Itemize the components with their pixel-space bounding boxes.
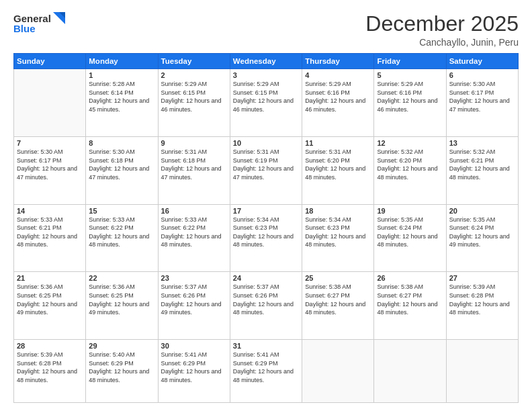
day-number: 21 <box>17 274 83 282</box>
col-friday: Friday <box>374 54 446 69</box>
day-number: 13 <box>449 139 515 147</box>
day-number: 11 <box>305 139 371 147</box>
day-info: Sunrise: 5:31 AMSunset: 6:19 PMDaylight:… <box>233 148 299 181</box>
day-info: Sunrise: 5:36 AMSunset: 6:25 PMDaylight:… <box>17 283 83 316</box>
calendar-cell-w3-d6: 19 Sunrise: 5:35 AMSunset: 6:24 PMDaylig… <box>374 204 446 272</box>
day-number: 10 <box>233 139 299 147</box>
day-info: Sunrise: 5:37 AMSunset: 6:26 PMDaylight:… <box>233 283 299 316</box>
title-month: December 2025 <box>365 12 519 36</box>
day-number: 28 <box>17 342 83 350</box>
calendar-cell-w5-d5 <box>302 340 374 403</box>
calendar-cell-w3-d4: 17 Sunrise: 5:34 AMSunset: 6:23 PMDaylig… <box>230 204 302 272</box>
day-info: Sunrise: 5:34 AMSunset: 6:23 PMDaylight:… <box>305 216 371 249</box>
logo: General Blue <box>13 12 65 34</box>
calendar-cell-w5-d3: 30 Sunrise: 5:41 AMSunset: 6:29 PMDaylig… <box>158 340 230 403</box>
day-number: 7 <box>17 139 83 147</box>
day-info: Sunrise: 5:39 AMSunset: 6:28 PMDaylight:… <box>449 283 515 316</box>
calendar-cell-w2-d4: 10 Sunrise: 5:31 AMSunset: 6:19 PMDaylig… <box>230 136 302 204</box>
day-info: Sunrise: 5:35 AMSunset: 6:24 PMDaylight:… <box>377 216 443 249</box>
calendar-cell-w2-d5: 11 Sunrise: 5:31 AMSunset: 6:20 PMDaylig… <box>302 136 374 204</box>
calendar-cell-w4-d4: 24 Sunrise: 5:37 AMSunset: 6:26 PMDaylig… <box>230 272 302 340</box>
calendar-cell-w1-d6: 5 Sunrise: 5:29 AMSunset: 6:16 PMDayligh… <box>374 69 446 137</box>
day-info: Sunrise: 5:37 AMSunset: 6:26 PMDaylight:… <box>161 283 227 316</box>
col-thursday: Thursday <box>302 54 374 69</box>
day-number: 3 <box>233 71 299 79</box>
day-info: Sunrise: 5:29 AMSunset: 6:16 PMDaylight:… <box>305 80 371 113</box>
calendar-cell-w2-d2: 8 Sunrise: 5:30 AMSunset: 6:18 PMDayligh… <box>86 136 158 204</box>
day-info: Sunrise: 5:28 AMSunset: 6:14 PMDaylight:… <box>89 80 154 113</box>
day-number: 19 <box>377 207 443 215</box>
day-info: Sunrise: 5:34 AMSunset: 6:23 PMDaylight:… <box>233 216 299 249</box>
title-block: December 2025 Canchayllo, Junin, Peru <box>365 12 519 48</box>
day-info: Sunrise: 5:40 AMSunset: 6:29 PMDaylight:… <box>89 351 154 384</box>
col-wednesday: Wednesday <box>230 54 302 69</box>
week-row-4: 21 Sunrise: 5:36 AMSunset: 6:25 PMDaylig… <box>14 272 519 340</box>
day-number: 12 <box>377 139 443 147</box>
day-info: Sunrise: 5:29 AMSunset: 6:15 PMDaylight:… <box>161 80 227 113</box>
calendar-cell-w3-d7: 20 Sunrise: 5:35 AMSunset: 6:24 PMDaylig… <box>446 204 518 272</box>
calendar-cell-w4-d1: 21 Sunrise: 5:36 AMSunset: 6:25 PMDaylig… <box>14 272 86 340</box>
day-info: Sunrise: 5:32 AMSunset: 6:20 PMDaylight:… <box>377 148 443 181</box>
day-number: 6 <box>449 71 515 79</box>
logo-triangle-icon <box>53 12 65 24</box>
week-row-3: 14 Sunrise: 5:33 AMSunset: 6:21 PMDaylig… <box>14 204 519 272</box>
day-info: Sunrise: 5:31 AMSunset: 6:20 PMDaylight:… <box>305 148 371 181</box>
calendar-cell-w1-d3: 2 Sunrise: 5:29 AMSunset: 6:15 PMDayligh… <box>158 69 230 137</box>
calendar-table: Sunday Monday Tuesday Wednesday Thursday… <box>13 53 519 403</box>
day-info: Sunrise: 5:38 AMSunset: 6:27 PMDaylight:… <box>377 283 443 316</box>
day-number: 2 <box>161 71 227 79</box>
calendar-cell-w1-d4: 3 Sunrise: 5:29 AMSunset: 6:15 PMDayligh… <box>230 69 302 137</box>
title-location: Canchayllo, Junin, Peru <box>365 37 519 48</box>
day-number: 27 <box>449 274 515 282</box>
calendar-cell-w5-d1: 28 Sunrise: 5:39 AMSunset: 6:28 PMDaylig… <box>14 340 86 403</box>
day-info: Sunrise: 5:33 AMSunset: 6:21 PMDaylight:… <box>17 216 83 249</box>
day-number: 18 <box>305 207 371 215</box>
day-number: 25 <box>305 274 371 282</box>
day-info: Sunrise: 5:29 AMSunset: 6:15 PMDaylight:… <box>233 80 299 113</box>
day-info: Sunrise: 5:32 AMSunset: 6:21 PMDaylight:… <box>449 148 515 181</box>
day-info: Sunrise: 5:29 AMSunset: 6:16 PMDaylight:… <box>377 80 443 113</box>
day-number: 17 <box>233 207 299 215</box>
day-info: Sunrise: 5:30 AMSunset: 6:17 PMDaylight:… <box>17 148 83 181</box>
calendar-cell-w3-d2: 15 Sunrise: 5:33 AMSunset: 6:22 PMDaylig… <box>86 204 158 272</box>
calendar-cell-w3-d5: 18 Sunrise: 5:34 AMSunset: 6:23 PMDaylig… <box>302 204 374 272</box>
day-number: 23 <box>161 274 227 282</box>
day-info: Sunrise: 5:36 AMSunset: 6:25 PMDaylight:… <box>89 283 154 316</box>
calendar-cell-w4-d6: 26 Sunrise: 5:38 AMSunset: 6:27 PMDaylig… <box>374 272 446 340</box>
calendar-cell-w4-d7: 27 Sunrise: 5:39 AMSunset: 6:28 PMDaylig… <box>446 272 518 340</box>
calendar-cell-w3-d3: 16 Sunrise: 5:33 AMSunset: 6:22 PMDaylig… <box>158 204 230 272</box>
calendar-cell-w5-d2: 29 Sunrise: 5:40 AMSunset: 6:29 PMDaylig… <box>86 340 158 403</box>
day-number: 30 <box>161 342 227 350</box>
day-number: 14 <box>17 207 83 215</box>
calendar-cell-w4-d5: 25 Sunrise: 5:38 AMSunset: 6:27 PMDaylig… <box>302 272 374 340</box>
day-info: Sunrise: 5:33 AMSunset: 6:22 PMDaylight:… <box>89 216 154 249</box>
week-row-1: 1 Sunrise: 5:28 AMSunset: 6:14 PMDayligh… <box>14 69 519 137</box>
calendar-cell-w4-d2: 22 Sunrise: 5:36 AMSunset: 6:25 PMDaylig… <box>86 272 158 340</box>
header: General Blue December 2025 Canchayllo, J… <box>13 12 519 48</box>
calendar-cell-w1-d7: 6 Sunrise: 5:30 AMSunset: 6:17 PMDayligh… <box>446 69 518 137</box>
calendar-header-row: Sunday Monday Tuesday Wednesday Thursday… <box>14 54 519 69</box>
day-info: Sunrise: 5:35 AMSunset: 6:24 PMDaylight:… <box>449 216 515 249</box>
col-tuesday: Tuesday <box>158 54 230 69</box>
day-info: Sunrise: 5:41 AMSunset: 6:29 PMDaylight:… <box>233 351 299 384</box>
calendar-cell-w1-d2: 1 Sunrise: 5:28 AMSunset: 6:14 PMDayligh… <box>86 69 158 137</box>
col-sunday: Sunday <box>14 54 86 69</box>
day-number: 8 <box>89 139 154 147</box>
calendar-cell-w2-d7: 13 Sunrise: 5:32 AMSunset: 6:21 PMDaylig… <box>446 136 518 204</box>
calendar-cell-w2-d1: 7 Sunrise: 5:30 AMSunset: 6:17 PMDayligh… <box>14 136 86 204</box>
day-info: Sunrise: 5:33 AMSunset: 6:22 PMDaylight:… <box>161 216 227 249</box>
calendar-cell-w1-d1 <box>14 69 86 137</box>
week-row-5: 28 Sunrise: 5:39 AMSunset: 6:28 PMDaylig… <box>14 340 519 403</box>
day-info: Sunrise: 5:39 AMSunset: 6:28 PMDaylight:… <box>17 351 83 384</box>
day-info: Sunrise: 5:38 AMSunset: 6:27 PMDaylight:… <box>305 283 371 316</box>
day-number: 26 <box>377 274 443 282</box>
day-number: 5 <box>377 71 443 79</box>
day-number: 15 <box>89 207 154 215</box>
day-number: 22 <box>89 274 154 282</box>
page: General Blue December 2025 Canchayllo, J… <box>0 0 532 411</box>
day-number: 29 <box>89 342 154 350</box>
day-number: 20 <box>449 207 515 215</box>
calendar-cell-w5-d4: 31 Sunrise: 5:41 AMSunset: 6:29 PMDaylig… <box>230 340 302 403</box>
week-row-2: 7 Sunrise: 5:30 AMSunset: 6:17 PMDayligh… <box>14 136 519 204</box>
day-number: 24 <box>233 274 299 282</box>
